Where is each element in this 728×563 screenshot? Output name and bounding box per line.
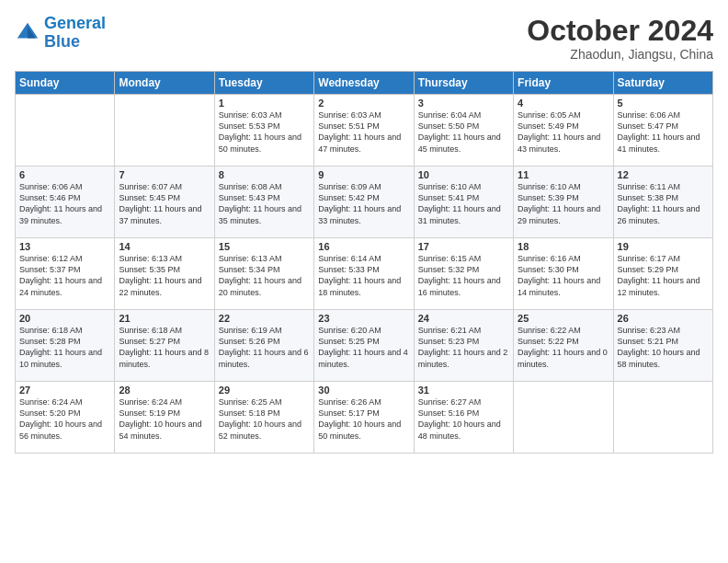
logo: General Blue (15, 15, 106, 52)
day-info: Sunrise: 6:16 AM Sunset: 5:30 PM Dayligh… (518, 253, 609, 298)
location: Zhaodun, Jiangsu, China (527, 47, 713, 62)
calendar-cell: 19Sunrise: 6:17 AM Sunset: 5:29 PM Dayli… (613, 238, 712, 310)
calendar-cell: 21Sunrise: 6:18 AM Sunset: 5:27 PM Dayli… (115, 310, 214, 382)
day-number: 8 (219, 169, 310, 180)
day-number: 15 (219, 241, 310, 252)
calendar-table: Sunday Monday Tuesday Wednesday Thursday… (15, 71, 713, 454)
calendar-cell: 3Sunrise: 6:04 AM Sunset: 5:50 PM Daylig… (414, 95, 513, 167)
col-sun: Sunday (16, 72, 115, 95)
calendar-cell: 17Sunrise: 6:15 AM Sunset: 5:32 PM Dayli… (414, 238, 513, 310)
day-number: 26 (618, 313, 709, 324)
logo-line2: Blue (44, 33, 106, 52)
day-number: 22 (219, 313, 310, 324)
calendar-week-4: 27Sunrise: 6:24 AM Sunset: 5:20 PM Dayli… (16, 382, 713, 454)
calendar-cell: 22Sunrise: 6:19 AM Sunset: 5:26 PM Dayli… (214, 310, 313, 382)
logo-line1: General (44, 14, 106, 32)
page-container: General Blue October 2024 Zhaodun, Jiang… (0, 0, 728, 563)
calendar-cell: 13Sunrise: 6:12 AM Sunset: 5:37 PM Dayli… (16, 238, 115, 310)
day-info: Sunrise: 6:09 AM Sunset: 5:42 PM Dayligh… (318, 181, 409, 226)
calendar-cell: 7Sunrise: 6:07 AM Sunset: 5:45 PM Daylig… (115, 167, 214, 238)
calendar-cell: 20Sunrise: 6:18 AM Sunset: 5:28 PM Dayli… (16, 310, 115, 382)
day-number: 1 (219, 98, 310, 109)
day-info: Sunrise: 6:13 AM Sunset: 5:35 PM Dayligh… (119, 253, 210, 298)
calendar-cell: 1Sunrise: 6:03 AM Sunset: 5:53 PM Daylig… (214, 95, 313, 167)
calendar-week-0: 1Sunrise: 6:03 AM Sunset: 5:53 PM Daylig… (16, 95, 713, 167)
calendar-cell (115, 95, 214, 167)
day-number: 7 (119, 169, 210, 180)
calendar-cell: 28Sunrise: 6:24 AM Sunset: 5:19 PM Dayli… (115, 382, 214, 454)
day-info: Sunrise: 6:11 AM Sunset: 5:38 PM Dayligh… (618, 181, 709, 226)
col-thu: Thursday (414, 72, 513, 95)
logo-icon (15, 20, 40, 46)
day-number: 12 (618, 169, 709, 180)
day-number: 10 (418, 169, 509, 180)
calendar-cell: 8Sunrise: 6:08 AM Sunset: 5:43 PM Daylig… (214, 167, 313, 238)
calendar-cell: 15Sunrise: 6:13 AM Sunset: 5:34 PM Dayli… (214, 238, 313, 310)
calendar-cell: 10Sunrise: 6:10 AM Sunset: 5:41 PM Dayli… (414, 167, 513, 238)
calendar-week-3: 20Sunrise: 6:18 AM Sunset: 5:28 PM Dayli… (16, 310, 713, 382)
day-number: 28 (119, 385, 210, 396)
calendar-cell: 23Sunrise: 6:20 AM Sunset: 5:25 PM Dayli… (314, 310, 414, 382)
calendar-cell: 5Sunrise: 6:06 AM Sunset: 5:47 PM Daylig… (613, 95, 712, 167)
calendar-cell: 25Sunrise: 6:22 AM Sunset: 5:22 PM Dayli… (514, 310, 613, 382)
day-number: 3 (418, 98, 509, 109)
col-mon: Monday (115, 72, 214, 95)
day-number: 2 (318, 98, 409, 109)
day-info: Sunrise: 6:04 AM Sunset: 5:50 PM Dayligh… (418, 109, 509, 155)
col-fri: Friday (514, 72, 613, 95)
day-info: Sunrise: 6:05 AM Sunset: 5:49 PM Dayligh… (518, 109, 609, 155)
col-sat: Saturday (613, 72, 712, 95)
day-info: Sunrise: 6:27 AM Sunset: 5:16 PM Dayligh… (418, 396, 509, 442)
day-number: 17 (418, 241, 509, 252)
col-tue: Tuesday (214, 72, 313, 95)
day-info: Sunrise: 6:20 AM Sunset: 5:25 PM Dayligh… (318, 325, 409, 370)
calendar-cell (16, 95, 115, 167)
calendar-cell: 6Sunrise: 6:06 AM Sunset: 5:46 PM Daylig… (16, 167, 115, 238)
day-info: Sunrise: 6:07 AM Sunset: 5:45 PM Dayligh… (119, 181, 210, 226)
calendar-cell (613, 382, 712, 454)
day-info: Sunrise: 6:24 AM Sunset: 5:20 PM Dayligh… (19, 396, 110, 442)
day-info: Sunrise: 6:06 AM Sunset: 5:46 PM Dayligh… (19, 181, 110, 226)
day-number: 6 (19, 169, 110, 180)
day-number: 14 (119, 241, 210, 252)
day-number: 21 (119, 313, 210, 324)
logo-text: General Blue (44, 15, 106, 52)
calendar-cell: 18Sunrise: 6:16 AM Sunset: 5:30 PM Dayli… (514, 238, 613, 310)
calendar-cell: 11Sunrise: 6:10 AM Sunset: 5:39 PM Dayli… (514, 167, 613, 238)
day-info: Sunrise: 6:10 AM Sunset: 5:41 PM Dayligh… (418, 181, 509, 226)
day-info: Sunrise: 6:13 AM Sunset: 5:34 PM Dayligh… (219, 253, 310, 298)
day-info: Sunrise: 6:18 AM Sunset: 5:28 PM Dayligh… (19, 325, 110, 370)
day-number: 27 (19, 385, 110, 396)
calendar-header: Sunday Monday Tuesday Wednesday Thursday… (16, 72, 713, 95)
day-info: Sunrise: 6:24 AM Sunset: 5:19 PM Dayligh… (119, 396, 210, 442)
day-info: Sunrise: 6:12 AM Sunset: 5:37 PM Dayligh… (19, 253, 110, 298)
calendar-cell: 12Sunrise: 6:11 AM Sunset: 5:38 PM Dayli… (613, 167, 712, 238)
col-wed: Wednesday (314, 72, 414, 95)
day-number: 19 (618, 241, 709, 252)
calendar-cell: 9Sunrise: 6:09 AM Sunset: 5:42 PM Daylig… (314, 167, 414, 238)
header: General Blue October 2024 Zhaodun, Jiang… (15, 15, 713, 62)
day-info: Sunrise: 6:14 AM Sunset: 5:33 PM Dayligh… (318, 253, 409, 298)
day-info: Sunrise: 6:25 AM Sunset: 5:18 PM Dayligh… (219, 396, 310, 442)
day-info: Sunrise: 6:03 AM Sunset: 5:51 PM Dayligh… (318, 109, 409, 155)
day-number: 20 (19, 313, 110, 324)
day-info: Sunrise: 6:06 AM Sunset: 5:47 PM Dayligh… (618, 109, 709, 155)
day-number: 5 (618, 98, 709, 109)
day-info: Sunrise: 6:18 AM Sunset: 5:27 PM Dayligh… (119, 325, 210, 370)
calendar-cell: 4Sunrise: 6:05 AM Sunset: 5:49 PM Daylig… (514, 95, 613, 167)
day-info: Sunrise: 6:21 AM Sunset: 5:23 PM Dayligh… (418, 325, 509, 370)
month-title: October 2024 (527, 15, 713, 47)
calendar-cell (514, 382, 613, 454)
day-number: 24 (418, 313, 509, 324)
calendar-week-1: 6Sunrise: 6:06 AM Sunset: 5:46 PM Daylig… (16, 167, 713, 238)
calendar-cell: 2Sunrise: 6:03 AM Sunset: 5:51 PM Daylig… (314, 95, 414, 167)
day-number: 11 (518, 169, 609, 180)
day-number: 25 (518, 313, 609, 324)
calendar-week-2: 13Sunrise: 6:12 AM Sunset: 5:37 PM Dayli… (16, 238, 713, 310)
calendar-cell: 14Sunrise: 6:13 AM Sunset: 5:35 PM Dayli… (115, 238, 214, 310)
calendar-cell: 26Sunrise: 6:23 AM Sunset: 5:21 PM Dayli… (613, 310, 712, 382)
title-block: October 2024 Zhaodun, Jiangsu, China (527, 15, 713, 62)
day-info: Sunrise: 6:08 AM Sunset: 5:43 PM Dayligh… (219, 181, 310, 226)
day-info: Sunrise: 6:10 AM Sunset: 5:39 PM Dayligh… (518, 181, 609, 226)
day-number: 9 (318, 169, 409, 180)
